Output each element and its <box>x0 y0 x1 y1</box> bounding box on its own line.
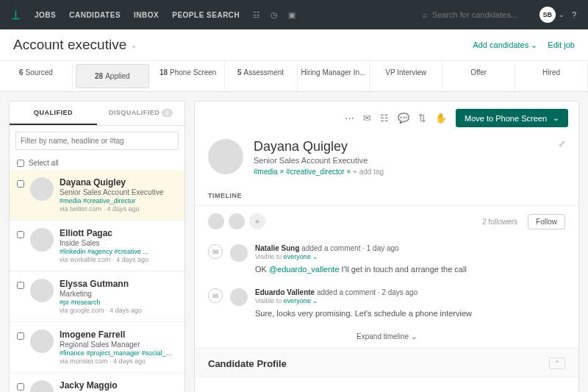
candidate-title: Regional Sales Manager <box>60 341 177 349</box>
comment-visibility[interactable]: Visible to everyone ⌄ <box>255 297 565 304</box>
candidate-name: Dayana Quigley <box>254 139 384 154</box>
candidate-meta: via twitter.com · 4 days ago <box>60 205 177 213</box>
stage-vp-interview[interactable]: VP Interview <box>370 61 442 91</box>
stage-offer[interactable]: Offer <box>442 61 515 91</box>
stage-hiring-manager-in-[interactable]: Hiring Manager In... <box>298 61 370 91</box>
comment-header: Eduardo Vallente added a comment · 2 day… <box>255 288 565 296</box>
nav-jobs[interactable]: JOBS <box>35 11 56 19</box>
nav-people-search[interactable]: PEOPLE SEARCH <box>172 11 240 19</box>
avatar <box>30 228 54 252</box>
edit-job-link[interactable]: Edit job <box>548 40 575 50</box>
email-icon[interactable]: ✉ <box>363 113 371 124</box>
candidate-list-panel: QUALIFIED DISQUALIFIED0 Select all Dayan… <box>9 101 185 392</box>
comment-type-icon: ✉ <box>208 288 223 303</box>
select-all-checkbox[interactable] <box>17 160 24 167</box>
candidate-meta: via google.com · 4 days ago <box>60 307 177 314</box>
avatar <box>30 329 54 353</box>
timeline-comment: ✉Natalie Sung added a comment · 1 day ag… <box>195 237 578 281</box>
stage-applied[interactable]: 28Applied <box>76 64 149 88</box>
candidate-checkbox[interactable] <box>17 332 24 340</box>
select-all[interactable]: Select all <box>10 156 184 170</box>
candidate-name: Imogene Farrell <box>60 329 177 340</box>
followers-count: 2 followers <box>482 218 517 226</box>
candidate-meta: via workable.com · 4 days ago <box>60 256 177 263</box>
candidate-checkbox[interactable] <box>17 383 24 391</box>
follower-avatar[interactable] <box>208 213 224 229</box>
chevron-down-icon: ⌄ <box>553 113 559 123</box>
nav-candidates[interactable]: CANDIDATES <box>69 11 121 19</box>
logo[interactable]: ⟂ <box>12 7 20 23</box>
candidate-avatar <box>208 139 243 174</box>
follow-button[interactable]: Follow <box>528 214 565 229</box>
search-icon: ⌕ <box>423 10 428 19</box>
user-avatar[interactable]: SB <box>539 7 556 23</box>
search-input[interactable] <box>432 10 528 19</box>
timeline-heading: TIMELINE <box>195 186 578 206</box>
profile-heading: Candidate Profile <box>208 358 287 369</box>
candidate-row[interactable]: Imogene FarrellRegional Sales Manager#fi… <box>10 322 184 373</box>
evaluate-icon[interactable]: ⇅ <box>418 113 426 124</box>
stage-assessment[interactable]: 5Assessment <box>225 61 298 91</box>
stage-sourced[interactable]: 6Sourced <box>0 61 73 91</box>
stage-hired[interactable]: Hired <box>515 61 588 91</box>
job-title: Account executive <box>13 37 126 53</box>
nav-icons: ☷ ◷ ▣ <box>253 10 295 20</box>
collapse-icon[interactable]: ⌃ <box>549 357 565 369</box>
avatar <box>30 279 54 302</box>
schedule-icon[interactable]: ☷ <box>380 113 389 124</box>
comment-icon[interactable]: 💬 <box>398 113 409 124</box>
main-nav: JOBS CANDIDATES INBOX PEOPLE SEARCH <box>35 11 240 19</box>
expand-icon[interactable]: ⤢ <box>559 139 565 176</box>
candidate-checkbox[interactable] <box>17 282 24 289</box>
more-icon[interactable]: ⋯ <box>345 113 354 124</box>
candidate-checkbox[interactable] <box>17 231 24 238</box>
candidate-title: Inside Sales <box>60 239 177 247</box>
candidate-tags: #finance #project_manager #social_media … <box>60 349 177 357</box>
stage-phone-screen[interactable]: 18Phone Screen <box>152 61 225 91</box>
nav-inbox[interactable]: INBOX <box>134 11 159 19</box>
comment-type-icon: ✉ <box>208 244 223 259</box>
image-icon[interactable]: ▣ <box>288 10 295 20</box>
disqualified-count: 0 <box>162 109 173 117</box>
disqualify-icon[interactable]: ✋ <box>435 113 447 124</box>
tab-disqualified[interactable]: DISQUALIFIED0 <box>97 101 184 125</box>
calendar-icon[interactable]: ☷ <box>253 10 260 20</box>
help-icon[interactable]: ? <box>572 10 576 19</box>
candidate-name: Elyssa Gutmann <box>60 279 177 289</box>
tab-qualified[interactable]: QUALIFIED <box>10 101 97 125</box>
comment-header: Natalie Sung added a comment · 1 day ago <box>255 244 565 252</box>
add-follower-button[interactable]: + <box>249 213 265 229</box>
candidate-title: Marketing <box>60 290 177 298</box>
candidate-tags: #media #creative_director <box>60 197 177 204</box>
comment-visibility[interactable]: Visible to everyone ⌄ <box>255 253 565 260</box>
add-candidates-link[interactable]: Add candidates ⌄ <box>473 40 537 50</box>
pipeline-stages: 6Sourced28Applied18Phone Screen5Assessme… <box>0 61 588 92</box>
candidate-tags: #media × #creative_director × + add tag <box>254 168 384 176</box>
avatar <box>30 380 54 392</box>
candidate-row[interactable]: Jacky MaggioOutside Sales <box>10 373 184 392</box>
candidate-row[interactable]: Elyssa GutmannMarketing#pr #researchvia … <box>10 271 184 322</box>
clock-icon[interactable]: ◷ <box>270 10 278 20</box>
candidate-name: Jacky Maggio <box>60 380 177 391</box>
follower-avatar[interactable] <box>229 213 245 229</box>
move-stage-button[interactable]: Move to Phone Screen⌄ <box>456 109 568 127</box>
user-chevron-icon[interactable]: ⌄ <box>559 11 564 18</box>
add-tag-button[interactable]: + add tag <box>353 168 384 176</box>
job-chevron-icon[interactable]: ⌄ <box>131 41 137 49</box>
candidate-checkbox[interactable] <box>17 180 24 188</box>
comment-text: Sure, looks very promising. Let's schedu… <box>255 309 565 318</box>
search-box[interactable]: ⌕ <box>423 10 528 19</box>
candidate-row[interactable]: Elliott PagacInside Sales#linkedin #agen… <box>10 221 184 271</box>
expand-timeline-button[interactable]: Expand timeline ⌄ <box>195 325 578 348</box>
candidate-title: Senior Sales Account Executive <box>60 188 177 196</box>
filter-input[interactable] <box>15 132 179 150</box>
top-navbar: ⟂ JOBS CANDIDATES INBOX PEOPLE SEARCH ☷ … <box>0 0 588 29</box>
commenter-avatar <box>230 244 248 262</box>
candidate-profile-section[interactable]: Candidate Profile ⌃ <box>195 348 578 378</box>
commenter-avatar <box>230 288 248 306</box>
candidate-row[interactable]: Dayana QuigleySenior Sales Account Execu… <box>10 170 184 221</box>
avatar <box>30 177 54 201</box>
candidate-name: Elliott Pagac <box>60 228 177 238</box>
candidate-detail-panel: ⋯ ✉ ☷ 💬 ⇅ ✋ Move to Phone Screen⌄ Dayana… <box>194 101 579 392</box>
candidate-name: Dayana Quigley <box>60 177 177 188</box>
